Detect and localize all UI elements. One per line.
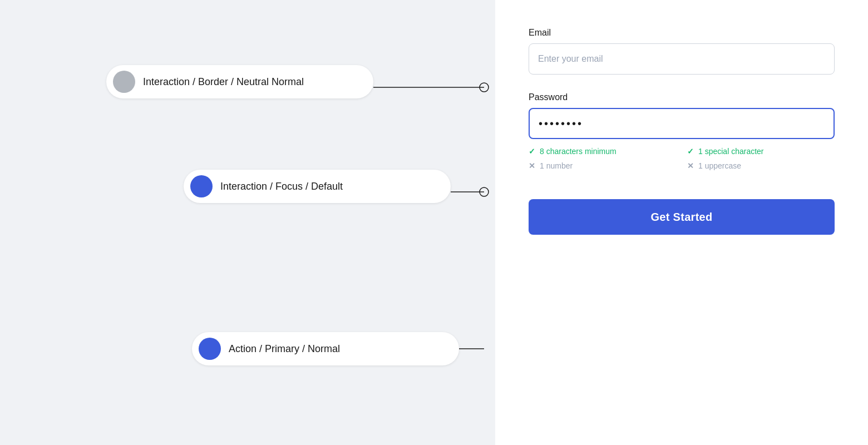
password-input[interactable]	[529, 108, 835, 139]
svg-point-2	[480, 83, 489, 92]
x-icon-number: ✕	[529, 161, 535, 170]
req-number: ✕ 1 number	[529, 161, 676, 170]
req-8chars-text: 8 characters minimum	[540, 147, 617, 156]
req-special-text: 1 special character	[698, 147, 764, 156]
x-icon-uppercase: ✕	[687, 161, 694, 170]
left-panel: Interaction / Border / Neutral Normal In…	[0, 0, 495, 445]
chip-interaction-focus-default: Interaction / Focus / Default	[184, 170, 451, 203]
get-started-button[interactable]: Get Started	[529, 199, 835, 235]
check-icon-special: ✓	[687, 147, 694, 156]
req-uppercase-text: 1 uppercase	[698, 161, 741, 170]
chip-3-label: Action / Primary / Normal	[229, 343, 340, 355]
check-icon-8chars: ✓	[529, 147, 535, 156]
svg-point-4	[480, 187, 489, 196]
password-requirements: ✓ 8 characters minimum ✓ 1 special chara…	[529, 147, 835, 170]
req-special: ✓ 1 special character	[687, 147, 835, 156]
chip-interaction-border-neutral: Interaction / Border / Neutral Normal	[106, 65, 373, 98]
password-group: Password ✓ 8 characters minimum ✓ 1 spec…	[529, 92, 835, 170]
chip-2-label: Interaction / Focus / Default	[220, 181, 343, 192]
req-8chars: ✓ 8 characters minimum	[529, 147, 676, 156]
dot-primary	[199, 338, 221, 360]
chip-1-label: Interaction / Border / Neutral Normal	[143, 76, 304, 88]
req-uppercase: ✕ 1 uppercase	[687, 161, 835, 170]
dot-neutral	[113, 71, 135, 93]
password-label: Password	[529, 92, 835, 102]
chip-action-primary-normal: Action / Primary / Normal	[192, 332, 459, 365]
dot-focus	[190, 175, 213, 197]
email-label: Email	[529, 28, 835, 38]
req-number-text: 1 number	[540, 161, 573, 170]
email-input[interactable]	[529, 43, 835, 75]
right-panel: Email Password ✓ 8 characters minimum ✓ …	[495, 0, 868, 445]
email-group: Email	[529, 28, 835, 75]
